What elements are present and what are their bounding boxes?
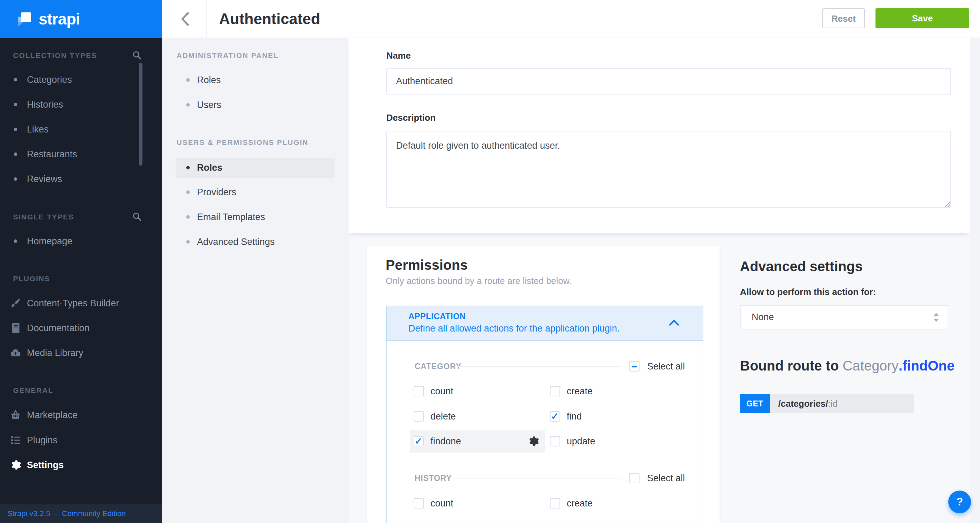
sidebar-item-content-types-builder[interactable]: Content-Types Builder (0, 298, 162, 308)
allow-action-select[interactable]: None (740, 305, 948, 329)
sidebar-item-media-library[interactable]: Media Library (0, 348, 162, 358)
sidebar-item-homepage[interactable]: Homepage (0, 236, 162, 246)
accordion-title: APPLICATION (409, 311, 466, 321)
page-scrollbar-track[interactable] (970, 38, 980, 523)
category-count-label[interactable]: count (431, 386, 453, 396)
history-create-checkbox[interactable]: ✓ (550, 498, 560, 509)
settings-item-admin-users[interactable]: Users (162, 100, 348, 110)
category-find-label[interactable]: find (567, 411, 582, 421)
select-spinner-icon (934, 313, 939, 322)
bullet-icon (14, 153, 17, 156)
cloud-upload-icon (10, 347, 21, 359)
settings-item-email-templates[interactable]: Email Templates (162, 212, 348, 222)
findone-row-highlight (410, 430, 546, 453)
category-delete-checkbox[interactable]: ✓ (414, 411, 424, 421)
history-select-all-checkbox[interactable]: ✓ (629, 473, 640, 483)
bullet-icon (14, 128, 17, 131)
strapi-logo[interactable]: strapi (0, 0, 162, 38)
permissions-subtitle: Only actions bound by a route are listed… (386, 275, 571, 286)
page-title: Authenticated (219, 11, 320, 27)
category-select-all-checkbox[interactable]: ✓ (629, 361, 640, 372)
sidebar-item-documentation[interactable]: Documentation (0, 323, 162, 333)
category-findone-label[interactable]: findone (431, 436, 461, 447)
bullet-icon (186, 166, 190, 169)
search-icon[interactable] (132, 50, 142, 60)
category-select-all-label[interactable]: Select all (647, 361, 685, 372)
chevron-up-icon[interactable] (668, 318, 679, 327)
sidebar-item-plugins[interactable]: Plugins (0, 435, 162, 445)
strapi-wordmark: strapi (39, 10, 80, 28)
bound-route-prefix: Bound route to (740, 358, 843, 373)
save-button[interactable]: Save (875, 8, 969, 28)
reset-button[interactable]: Reset (822, 8, 865, 28)
category-count-checkbox[interactable]: ✓ (414, 386, 424, 396)
select-value: None (752, 306, 774, 329)
section-administration-panel: ADMINISTRATION PANEL (177, 51, 279, 60)
bound-route-method: .findOne (899, 358, 955, 373)
category-create-label[interactable]: create (567, 386, 593, 396)
strapi-admin-app: strapi COLLECTION TYPES Categories Histo… (0, 0, 980, 523)
settings-item-providers[interactable]: Providers (162, 187, 348, 197)
sidebar-item-settings[interactable]: Settings (0, 460, 162, 470)
group-history-label: HISTORY (415, 474, 452, 483)
history-create-label[interactable]: create (567, 498, 593, 509)
description-textarea[interactable]: Default role given to authenticated user… (387, 131, 951, 208)
category-update-label[interactable]: update (567, 436, 595, 447)
search-icon[interactable] (132, 212, 142, 221)
sidebar-item-restaurants[interactable]: Restaurants (0, 149, 162, 159)
allow-action-label: Allow to perform this action for: (740, 288, 876, 296)
gear-icon (10, 459, 21, 471)
bound-route-model: Category (843, 358, 899, 373)
help-button[interactable]: ? (948, 491, 971, 513)
http-verb-badge: GET (740, 394, 770, 413)
basket-icon (10, 409, 21, 421)
page-header: Authenticated Reset Save (162, 0, 980, 38)
name-label: Name (387, 51, 411, 60)
header-divider (206, 0, 207, 38)
name-input[interactable] (387, 68, 951, 95)
findone-settings-gear-icon[interactable] (527, 436, 539, 447)
indeterminate-dash-icon (632, 366, 637, 367)
history-count-label[interactable]: count (431, 498, 453, 509)
category-create-checkbox[interactable]: ✓ (550, 386, 560, 396)
sidebar-item-reviews[interactable]: Reviews (0, 174, 162, 184)
section-plugins: PLUGINS (13, 274, 50, 283)
bullet-icon (14, 239, 17, 243)
settings-item-up-roles[interactable]: Roles (162, 162, 348, 173)
main-sidebar: strapi COLLECTION TYPES Categories Histo… (0, 0, 162, 523)
section-collection-types: COLLECTION TYPES (13, 51, 97, 60)
group-divider (457, 366, 621, 367)
application-accordion-header[interactable]: APPLICATION Define all allowed actions f… (387, 306, 703, 341)
bullet-icon (186, 240, 190, 243)
settings-item-admin-roles[interactable]: Roles (162, 75, 348, 85)
back-chevron-icon[interactable] (177, 10, 195, 28)
sidebar-item-marketplace[interactable]: Marketplace (0, 410, 162, 420)
list-icon (10, 434, 21, 446)
settings-sidebar: ADMINISTRATION PANEL Roles Users USERS &… (162, 38, 348, 523)
sidebar-item-likes[interactable]: Likes (0, 124, 162, 135)
textarea-resize-grip[interactable] (944, 201, 950, 207)
section-users-permissions-plugin: USERS & PERMISSIONS PLUGIN (177, 138, 309, 147)
settings-item-advanced-settings[interactable]: Advanced Settings (162, 237, 348, 247)
bullet-icon (186, 103, 190, 107)
bullet-icon (14, 177, 17, 181)
category-find-checkbox[interactable]: ✓ (550, 411, 560, 421)
route-path: /categories/:id (770, 394, 914, 413)
route-path-param: :id (828, 399, 838, 409)
book-icon (10, 322, 21, 334)
route-path-strong: /categories/ (778, 399, 828, 409)
category-findone-checkbox[interactable]: ✓ (414, 436, 424, 447)
sidebar-item-categories[interactable]: Categories (0, 75, 162, 85)
sidebar-item-histories[interactable]: Histories (0, 99, 162, 110)
bullet-icon (186, 191, 190, 194)
category-update-checkbox[interactable]: ✓ (550, 436, 560, 447)
history-select-all-label[interactable]: Select all (647, 473, 685, 483)
bullet-icon (186, 215, 190, 219)
category-delete-label[interactable]: delete (431, 411, 456, 421)
section-single-types: SINGLE TYPES (13, 213, 74, 221)
history-count-checkbox[interactable]: ✓ (414, 498, 424, 509)
group-category-label: CATEGORY (415, 362, 461, 371)
group-divider (450, 478, 621, 478)
strapi-version-link[interactable]: Strapi v3.2.5 — Community Edition (8, 509, 126, 518)
sidebar-footer: Strapi v3.2.5 — Community Edition (0, 504, 162, 523)
